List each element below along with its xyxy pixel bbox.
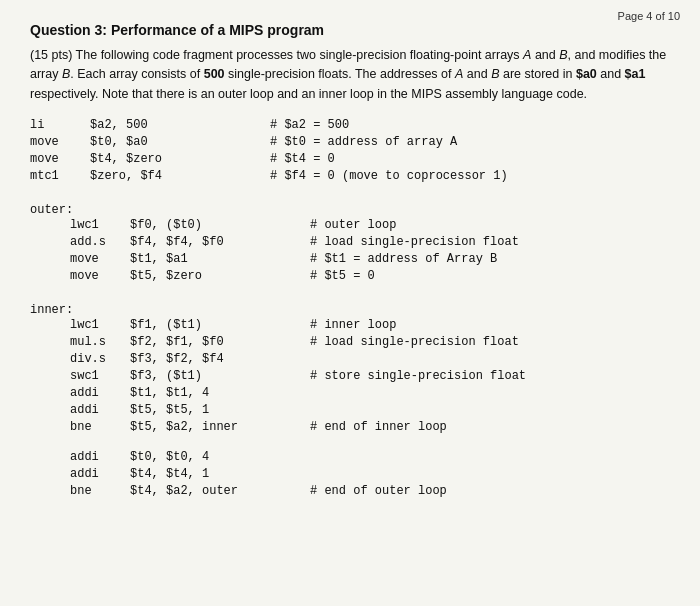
instr-label-li: li — [30, 118, 90, 132]
page-number: Page 4 of 10 — [618, 10, 680, 22]
instr-args-divs: $f3, $f2, $f4 — [130, 352, 310, 366]
code-row-lwc1-inner: lwc1 $f1, ($t1) # inner loop — [30, 318, 670, 335]
instr-label-move-t5: move — [70, 269, 130, 283]
instr-args-move1: $t0, $a0 — [90, 135, 270, 149]
instr-comment-move1: # $t0 = address of array A — [270, 135, 670, 149]
outer-block: lwc1 $f0, ($t0) # outer loop add.s $f4, … — [30, 218, 670, 286]
instr-label-mtc1: mtc1 — [30, 169, 90, 183]
code-row-lwc1-outer: lwc1 $f0, ($t0) # outer loop — [30, 218, 670, 235]
instr-comment-lwc1-outer: # outer loop — [310, 218, 670, 232]
description: (15 pts) The following code fragment pro… — [30, 46, 670, 104]
code-row-addi-t1: addi $t1, $t1, 4 — [30, 386, 670, 403]
code-row-move-t5: move $t5, $zero # $t5 = 0 — [30, 269, 670, 286]
instr-label-addi-t1: addi — [70, 386, 130, 400]
instr-label-divs: div.s — [70, 352, 130, 366]
outer-end-block: addi $t0, $t0, 4 addi $t4, $t4, 1 bne $t… — [30, 450, 670, 501]
instr-label-addi-t4: addi — [70, 467, 130, 481]
instr-comment-move-t1: # $t1 = address of Array B — [310, 252, 670, 266]
code-row-li: li $a2, 500 # $a2 = 500 — [30, 118, 670, 135]
code-row-mtc1: mtc1 $zero, $f4 # $f4 = 0 (move to copro… — [30, 169, 670, 186]
instr-label-addi-t5: addi — [70, 403, 130, 417]
code-row-bne-inner: bne $t5, $a2, inner # end of inner loop — [30, 420, 670, 437]
instr-comment-bne-outer: # end of outer loop — [310, 484, 670, 498]
code-row-swc1: swc1 $f3, ($t1) # store single-precision… — [30, 369, 670, 386]
instr-label-move1: move — [30, 135, 90, 149]
page: Page 4 of 10 Question 3: Performance of … — [0, 0, 700, 606]
instr-comment-muls: # load single-precision float — [310, 335, 670, 349]
outer-label: outer: — [30, 203, 670, 217]
code-row-addi-t0: addi $t0, $t0, 4 — [30, 450, 670, 467]
instr-args-move-t1: $t1, $a1 — [130, 252, 310, 266]
instr-comment-lwc1-inner: # inner loop — [310, 318, 670, 332]
question-title: Question 3: Performance of a MIPS progra… — [30, 22, 670, 38]
instr-args-lwc1-outer: $f0, ($t0) — [130, 218, 310, 232]
init-block: li $a2, 500 # $a2 = 500 move $t0, $a0 # … — [30, 118, 670, 186]
code-row-muls: mul.s $f2, $f1, $f0 # load single-precis… — [30, 335, 670, 352]
code-row-addi-t4: addi $t4, $t4, 1 — [30, 467, 670, 484]
instr-label-addi-t0: addi — [70, 450, 130, 464]
instr-args-adds-outer: $f4, $f4, $f0 — [130, 235, 310, 249]
instr-comment-adds-outer: # load single-precision float — [310, 235, 670, 249]
code-row-bne-outer: bne $t4, $a2, outer # end of outer loop — [30, 484, 670, 501]
code-row-move1: move $t0, $a0 # $t0 = address of array A — [30, 135, 670, 152]
instr-comment-move-t5: # $t5 = 0 — [310, 269, 670, 283]
instr-comment-mtc1: # $f4 = 0 (move to coprocessor 1) — [270, 169, 670, 183]
code-section: li $a2, 500 # $a2 = 500 move $t0, $a0 # … — [30, 118, 670, 507]
instr-args-move-t5: $t5, $zero — [130, 269, 310, 283]
instr-args-lwc1-inner: $f1, ($t1) — [130, 318, 310, 332]
instr-args-bne-outer: $t4, $a2, outer — [130, 484, 310, 498]
instr-comment-swc1: # store single-precision float — [310, 369, 670, 383]
instr-args-mtc1: $zero, $f4 — [90, 169, 270, 183]
instr-args-swc1: $f3, ($t1) — [130, 369, 310, 383]
there-text: there — [156, 87, 185, 101]
instr-args-addi-t5: $t5, $t5, 1 — [130, 403, 310, 417]
instr-label-swc1: swc1 — [70, 369, 130, 383]
instr-label-lwc1-inner: lwc1 — [70, 318, 130, 332]
instr-comment-li: # $a2 = 500 — [270, 118, 670, 132]
instr-label-adds-outer: add.s — [70, 235, 130, 249]
code-row-move-t1: move $t1, $a1 # $t1 = address of Array B — [30, 252, 670, 269]
instr-label-bne-outer: bne — [70, 484, 130, 498]
code-row-divs: div.s $f3, $f2, $f4 — [30, 352, 670, 369]
code-row-addi-t5: addi $t5, $t5, 1 — [30, 403, 670, 420]
instr-args-bne-inner: $t5, $a2, inner — [130, 420, 310, 434]
code-row-move2: move $t4, $zero # $t4 = 0 — [30, 152, 670, 169]
inner-block: lwc1 $f1, ($t1) # inner loop mul.s $f2, … — [30, 318, 670, 437]
instr-label-bne-inner: bne — [70, 420, 130, 434]
instr-label-move-t1: move — [70, 252, 130, 266]
inner-label: inner: — [30, 303, 670, 317]
instr-args-addi-t4: $t4, $t4, 1 — [130, 467, 310, 481]
instr-label-muls: mul.s — [70, 335, 130, 349]
instr-label-lwc1-outer: lwc1 — [70, 218, 130, 232]
instr-label-move2: move — [30, 152, 90, 166]
instr-args-muls: $f2, $f1, $f0 — [130, 335, 310, 349]
instr-args-move2: $t4, $zero — [90, 152, 270, 166]
instr-args-addi-t1: $t1, $t1, 4 — [130, 386, 310, 400]
instr-comment-move2: # $t4 = 0 — [270, 152, 670, 166]
code-row-adds-outer: add.s $f4, $f4, $f0 # load single-precis… — [30, 235, 670, 252]
instr-args-addi-t0: $t0, $t0, 4 — [130, 450, 310, 464]
instr-comment-bne-inner: # end of inner loop — [310, 420, 670, 434]
instr-args-li: $a2, 500 — [90, 118, 270, 132]
